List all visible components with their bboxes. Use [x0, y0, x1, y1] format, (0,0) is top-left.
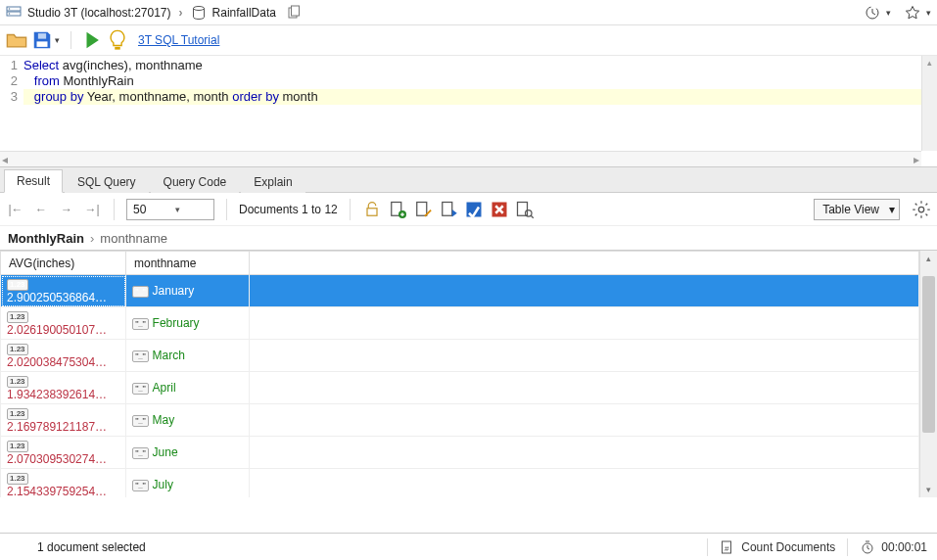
nav-last-button[interactable]: →| — [82, 200, 102, 219]
filter-clear-icon[interactable] — [490, 200, 509, 219]
nav-prev-button[interactable]: ← — [31, 200, 51, 219]
editor-vertical-scrollbar[interactable]: ▴ — [921, 56, 937, 151]
table-row[interactable]: 1.231.934238392614…"_"April — [1, 372, 919, 404]
star-icon[interactable] — [905, 5, 920, 21]
server-icon — [6, 5, 22, 21]
cell-avg-value: 2.020038475304… — [7, 355, 107, 369]
string-type-badge: "_" — [132, 480, 149, 491]
nav-first-button[interactable]: |← — [6, 200, 25, 219]
status-elapsed: 00:00:01 — [860, 539, 927, 555]
svg-rect-6 — [291, 6, 299, 16]
number-type-badge: 1.23 — [7, 473, 28, 485]
svg-rect-11 — [367, 208, 377, 215]
clock-icon — [860, 539, 875, 555]
save-button[interactable] — [31, 29, 53, 51]
tab-query-code[interactable]: Query Code — [151, 170, 240, 193]
hint-button[interactable] — [107, 29, 128, 51]
cell-avg-value: 2.026190050107… — [7, 323, 107, 337]
add-doc-icon[interactable] — [388, 200, 407, 219]
count-documents-button[interactable]: # Count Documents — [720, 539, 835, 555]
cell-month-value: June — [153, 445, 178, 459]
breadcrumb-sep: › — [177, 6, 185, 20]
results-table: AVG(inches) monthname 1.232.900250536864… — [0, 251, 919, 497]
string-type-badge: "_" — [132, 415, 149, 427]
table-row[interactable]: 1.232.020038475304…"_"March — [1, 340, 919, 372]
page-size-select[interactable]: 50▾ — [126, 199, 214, 220]
save-dropdown-caret[interactable]: ▾ — [53, 29, 61, 51]
table-row[interactable]: 1.232.169789121187…"_"May — [1, 404, 919, 437]
cell-avg-value: 2.900250536864… — [7, 291, 107, 304]
cell-month-value: January — [153, 284, 195, 298]
tab-explain[interactable]: Explain — [241, 170, 305, 193]
cell-month-value: May — [153, 413, 175, 427]
cell-month-value: March — [153, 349, 185, 362]
documents-range-label: Documents 1 to 12 — [239, 203, 338, 216]
breadcrumb-db[interactable]: RainfallData — [212, 6, 276, 20]
table-vertical-scrollbar[interactable]: ▴ ▾ — [919, 251, 937, 497]
history-dropdown-caret[interactable]: ▾ — [886, 8, 891, 18]
svg-point-3 — [9, 13, 11, 15]
cell-month-value: April — [153, 381, 176, 395]
export-doc-icon[interactable] — [439, 200, 458, 219]
string-type-badge: "_" — [132, 383, 149, 395]
history-icon[interactable] — [865, 5, 880, 21]
cell-month-value: July — [153, 478, 173, 491]
cell-avg-value: 2.070309530274… — [7, 452, 107, 466]
cell-month-value: February — [153, 316, 200, 330]
editor-horizontal-scrollbar[interactable]: ◂▸ — [0, 151, 921, 166]
collection-name[interactable]: MonthlyRain — [8, 231, 84, 246]
breadcrumb-root[interactable]: Studio 3T (localhost:27017) — [27, 6, 171, 20]
filter-apply-icon[interactable] — [464, 200, 484, 219]
column-header-spacer — [250, 252, 919, 275]
svg-text:#: # — [725, 544, 729, 553]
svg-rect-9 — [38, 33, 46, 39]
result-tabstrip: Result SQL Query Query Code Explain — [0, 167, 937, 193]
number-type-badge: 1.23 — [7, 344, 28, 355]
svg-rect-14 — [416, 202, 426, 215]
number-type-badge: 1.23 — [7, 279, 28, 291]
svg-point-2 — [9, 8, 11, 10]
svg-point-20 — [918, 207, 924, 212]
search-doc-icon[interactable] — [515, 200, 535, 219]
table-row[interactable]: 1.232.900250536864…"_"January — [1, 275, 919, 307]
tab-result[interactable]: Result — [4, 169, 63, 193]
string-type-badge: "_" — [132, 318, 149, 330]
lock-icon[interactable] — [362, 200, 382, 219]
edit-doc-icon[interactable] — [413, 200, 433, 219]
collection-subpath[interactable]: monthname — [100, 231, 167, 246]
database-icon — [191, 5, 207, 21]
count-icon: # — [720, 539, 735, 555]
number-type-badge: 1.23 — [7, 408, 28, 420]
sql-editor[interactable]: 1 2 3 Select avg(inches), monthname from… — [0, 55, 937, 167]
number-type-badge: 1.23 — [7, 376, 28, 388]
cell-avg-value: 2.154339759254… — [7, 485, 107, 497]
svg-rect-8 — [37, 41, 48, 47]
column-header-monthname[interactable]: monthname — [126, 252, 250, 275]
number-type-badge: 1.23 — [7, 311, 28, 323]
svg-point-4 — [193, 6, 204, 10]
run-button[interactable] — [81, 29, 103, 51]
cell-avg-value: 2.169789121187… — [7, 420, 107, 434]
view-mode-select[interactable]: Table View▾ — [814, 199, 900, 220]
string-type-badge: "_" — [132, 447, 149, 459]
svg-point-19 — [525, 210, 532, 216]
tutorial-link[interactable]: 3T SQL Tutorial — [138, 33, 219, 47]
cell-avg-value: 1.934238392614… — [7, 388, 107, 401]
column-header-avg[interactable]: AVG(inches) — [1, 252, 126, 275]
star-dropdown-caret[interactable]: ▾ — [926, 8, 931, 18]
status-selection: 1 document selected — [37, 540, 146, 554]
string-type-badge: "_" — [132, 350, 149, 362]
number-type-badge: 1.23 — [7, 441, 28, 452]
table-row[interactable]: 1.232.154339759254…"_"July — [1, 469, 919, 498]
open-folder-button[interactable] — [6, 29, 27, 51]
copy-icon[interactable] — [286, 5, 302, 21]
tab-sql-query[interactable]: SQL Query — [65, 170, 149, 193]
svg-rect-10 — [115, 47, 120, 50]
svg-rect-15 — [442, 202, 451, 215]
string-type-badge: "_" — [132, 286, 149, 298]
table-row[interactable]: 1.232.070309530274…"_"June — [1, 437, 919, 469]
nav-next-button[interactable]: → — [57, 200, 76, 219]
table-row[interactable]: 1.232.026190050107…"_"February — [1, 307, 919, 340]
settings-icon[interactable] — [912, 200, 931, 219]
